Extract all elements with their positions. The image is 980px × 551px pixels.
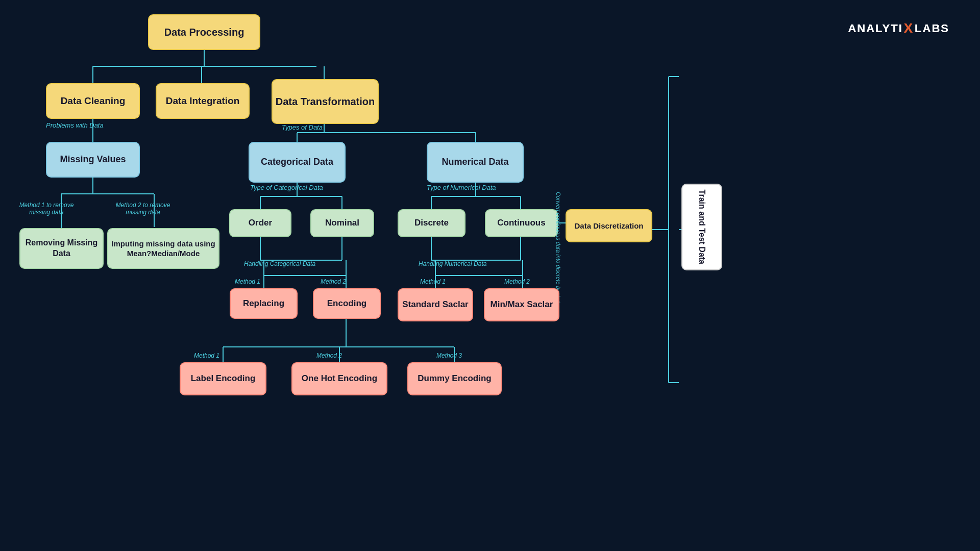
label-method2-enc: Method 2 [316, 352, 342, 359]
label-method1-remove: Method 1 to remove missing data [18, 202, 75, 216]
node-replacing: Replacing [230, 288, 298, 319]
label-method2-cat: Method 2 [321, 278, 346, 285]
node-dummy-encoding: Dummy Encoding [407, 362, 502, 395]
label-handling-numerical: Handling Numerical Data [419, 260, 486, 267]
node-order: Order [229, 209, 291, 237]
node-encoding: Encoding [313, 288, 381, 319]
node-data-discretization: Data Discretization [566, 209, 652, 242]
label-handling-categorical: Handling Categorical Data [244, 260, 315, 267]
logo-text-suffix: LABS [915, 22, 949, 35]
diagram-container: ANALYTIXLABS [0, 0, 980, 551]
node-categorical-data: Categorical Data [249, 142, 346, 183]
node-train-test-data: Train and Test Data [681, 184, 722, 270]
label-method2-remove: Method 2 to remove missing data [112, 202, 174, 216]
node-one-hot-encoding: One Hot Encoding [291, 362, 387, 395]
logo-x-letter: X [904, 20, 914, 36]
logo-text-prefix: ANALYTI [848, 22, 902, 35]
node-removing-missing: Removing Missing Data [19, 228, 104, 269]
node-standard-saclar: Standard Saclar [398, 288, 473, 321]
label-problems-with-data: Problems with Data [46, 121, 104, 129]
node-missing-values: Missing Values [46, 142, 140, 178]
label-method3-enc: Method 3 [436, 352, 462, 359]
connector-lines [0, 0, 980, 551]
node-continuous: Continuous [485, 209, 558, 237]
node-imputing-missing: Imputing missing data using Mean?Median/… [107, 228, 219, 269]
node-data-transformation: Data Transformation [272, 79, 379, 124]
label-method1-enc: Method 1 [194, 352, 219, 359]
node-min-max-saclar: Min/Max Saclar [484, 288, 559, 321]
node-nominal: Nominal [310, 209, 374, 237]
node-data-processing: Data Processing [148, 14, 260, 50]
node-numerical-data: Numerical Data [427, 142, 524, 183]
label-type-numerical: Type of Numerical Data [427, 184, 496, 191]
label-method1-cat: Method 1 [235, 278, 260, 285]
node-label-encoding: Label Encoding [180, 362, 266, 395]
label-method1-num: Method 1 [420, 278, 446, 285]
label-types-of-data: Types of Data [282, 123, 323, 131]
node-discrete: Discrete [398, 209, 465, 237]
label-method2-num: Method 2 [504, 278, 530, 285]
logo-analytix: ANALYTIXLABS [848, 20, 949, 36]
label-type-categorical: Type of Categorical Data [250, 184, 323, 191]
node-data-integration: Data Integration [156, 83, 250, 119]
node-data-cleaning: Data Cleaning [46, 83, 140, 119]
